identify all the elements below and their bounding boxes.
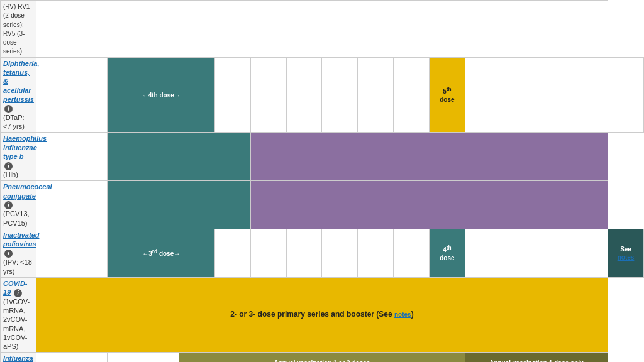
vaccine-link-dtap[interactable]: Diphtheria, tetanus, & acellular pertuss… [3,60,39,103]
vaccine-sub-dtap: (DTaP: <7 yrs) [3,114,25,130]
info-icon-dtap[interactable]: i [4,105,13,113]
iiv4-annual-12: Annual vaccination 1 or 2 doses [182,359,462,362]
table-row-hib: Haemophilus influenzae type b i (Hib) [1,133,644,181]
info-icon-ipv[interactable]: i [4,250,13,258]
table-row-influenza-iiv4: Influenza (IIV4) i Annual vaccination 1 … [1,353,644,362]
dtap-5th-dose: 5thdose [432,86,462,104]
vaccine-sub-hib: (Hib) [3,171,18,178]
info-icon-hib[interactable]: i [4,162,13,170]
dtap-4th-dose-arrow: ←4th dose→ [110,91,211,99]
vaccine-cell-covid: COVID-19 i (1vCOV-mRNA, 2vCOV-mRNA, 1vCO… [1,277,36,353]
covid-notes-link[interactable]: notes [394,311,411,318]
ipv-see-notes: Seenotes [611,245,641,261]
vaccine-cell-ipv: Inactivated poliovirus i (IPV: <18 yrs) [1,229,36,278]
info-icon-pcv[interactable]: i [4,201,13,209]
table-row-covid: COVID-19 i (1vCOV-mRNA, 2vCOV-mRNA, 1vCO… [1,277,644,353]
vaccine-cell-iiv4: Influenza (IIV4) i [1,353,36,362]
vaccine-link-iiv4[interactable]: Influenza (IIV4) [3,354,33,362]
covid-series-text: 2- or 3- dose primary series and booster… [39,307,605,322]
vaccine-sub-covid: (1vCOV-mRNA, 2vCOV-mRNA, 1vCOV-aPS) [3,298,30,350]
vaccine-cell-dtap: Diphtheria, tetanus, & acellular pertuss… [1,57,36,133]
vaccine-sub-ipv: (IPV: <18 yrs) [3,258,32,275]
table-row-dtap: Diphtheria, tetanus, & acellular pertuss… [1,57,644,133]
vaccination-schedule-table: (RV) RV1 (2-dose series); RV5 (3-dose se… [0,0,644,362]
table-row-ipv: Inactivated poliovirus i (IPV: <18 yrs) … [1,229,644,278]
vaccine-name-rv: (RV) RV1 (2-dose series); RV5 (3-dose se… [3,3,30,55]
vaccine-cell-rv: (RV) RV1 (2-dose series); RV5 (3-dose se… [1,1,36,58]
iiv4-annual-1: Annual vaccination 1 dose only [468,359,605,362]
vaccine-sub-pcv: (PCV13, PCV15) [3,210,30,226]
ipv-notes-link[interactable]: notes [618,254,635,261]
vaccine-cell-pcv: Pneumococcal conjugate i (PCV13, PCV15) [1,181,36,229]
table-row-pcv: Pneumococcal conjugate i (PCV13, PCV15) [1,181,644,229]
table-row-rv: (RV) RV1 (2-dose series); RV5 (3-dose se… [1,1,644,58]
ipv-3rd-dose-arrow: ←3rd dose→ [110,248,211,258]
info-icon-covid[interactable]: i [14,289,22,297]
vaccine-cell-hib: Haemophilus influenzae type b i (Hib) [1,133,36,181]
vaccine-link-ipv[interactable]: Inactivated poliovirus [3,231,39,248]
ipv-4th-dose: 4thdose [432,244,462,262]
